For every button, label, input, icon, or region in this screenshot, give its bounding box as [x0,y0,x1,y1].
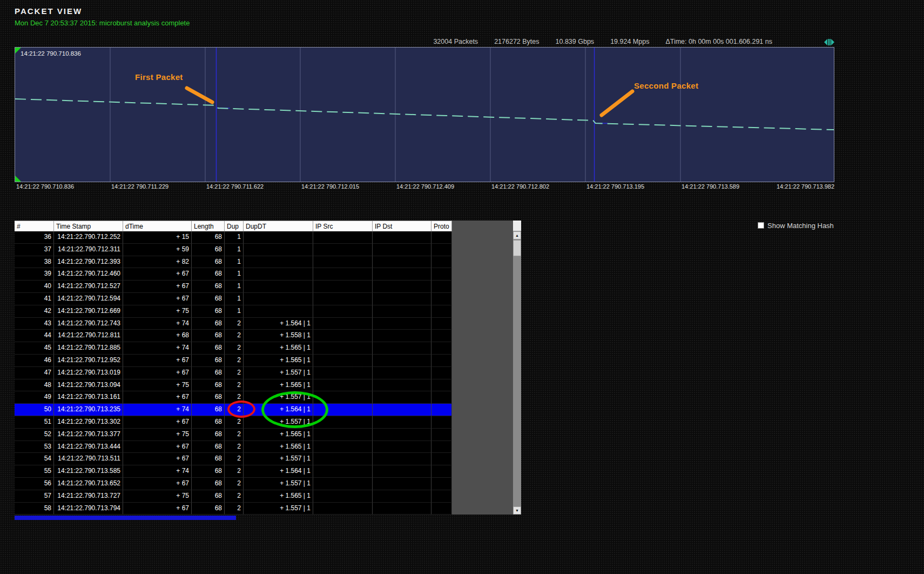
table-cell [431,342,452,355]
table-row[interactable]: 3714:21:22.790.712.311+ 59681 [15,244,452,256]
table-row[interactable]: 3614:21:22.790.712.252+ 15681 [15,231,452,244]
table-cell: 14:21:22.790.713.094 [54,379,123,392]
table-cell: 2 [225,342,244,355]
table-cell: 14:21:22.790.713.161 [54,391,123,404]
column-header[interactable]: Time Stamp [54,221,123,232]
table-row[interactable]: 4414:21:22.790.712.811+ 68682+ 1.558 | 1 [15,330,452,342]
table-cell [313,453,373,465]
chart-plot-area[interactable]: 14:21:22 790.710.836 First Packet Seccon… [15,47,834,182]
table-cell: 68 [192,305,225,318]
table-row[interactable]: 5814:21:22.790.713.794+ 67682+ 1.557 | 1 [15,503,452,515]
table-cell: 68 [192,453,225,465]
table-cell [431,429,452,441]
table-cell: 1 [225,244,244,256]
table-cell: 68 [192,342,225,355]
x-tick-label: 14:21:22 790.711.229 [111,183,168,190]
table-cell: 2 [225,355,244,367]
column-header[interactable]: dTime [123,221,192,232]
table-cell: + 1.564 | 1 [244,465,313,478]
show-matching-hash-checkbox[interactable] [758,222,764,229]
table-cell [313,441,373,453]
column-header[interactable]: DupDT [244,221,313,232]
scrollbar-thumb[interactable] [513,240,521,256]
table-cell: 2 [225,429,244,441]
table-row[interactable]: 5714:21:22.790.713.727+ 75682+ 1.565 | 1 [15,490,452,503]
table-row[interactable]: 4714:21:22.790.713.019+ 67682+ 1.557 | 1 [15,367,452,379]
table-cell: 39 [15,268,54,281]
table-cell [313,355,373,367]
table-cell [431,465,452,478]
table-cell [373,429,431,441]
table-cell: 14:21:22.790.712.669 [54,305,123,318]
table-cell [431,478,452,490]
table-cell: 14:21:22.790.713.444 [54,441,123,453]
dup-highlight-ellipse [227,401,255,418]
table-row[interactable]: 5514:21:22.790.713.585+ 74682+ 1.564 | 1 [15,465,452,478]
x-tick-label: 14:21:22 790.712.409 [396,183,454,190]
scroll-up-button[interactable]: ▲ [513,231,521,239]
column-header[interactable]: # [15,221,54,232]
table-cell: 68 [192,293,225,305]
table-row[interactable]: 5214:21:22.790.713.377+ 75682+ 1.565 | 1 [15,429,452,441]
table-cell: 2 [225,416,244,429]
table-cell: 46 [15,355,54,367]
table-cell [244,244,313,256]
table-cell: 2 [225,441,244,453]
table-cell: + 1.564 | 1 [244,318,313,330]
table-cell: + 74 [123,465,192,478]
table-row[interactable]: 5114:21:22.790.713.302+ 67682+ 1.557 | 1 [15,416,452,429]
table-row[interactable]: 4214:21:22.790.712.669+ 75681 [15,305,452,318]
table-cell: 14:21:22.790.712.594 [54,293,123,305]
x-tick-label: 14:21:22 790.712.802 [491,183,549,190]
table-cell: 54 [15,453,54,465]
fit-width-icon[interactable] [824,38,834,46]
scroll-down-button[interactable]: ▼ [513,506,521,515]
table-cell: + 1.557 | 1 [244,453,313,465]
table-row[interactable]: 3914:21:22.790.712.460+ 67681 [15,268,452,281]
table-cell: 68 [192,244,225,256]
table-cell: 68 [192,490,225,503]
horizontal-scroll-thumb[interactable] [15,516,236,520]
table-cell [244,281,313,293]
table-row[interactable]: 4314:21:22.790.712.743+ 74682+ 1.564 | 1 [15,318,452,330]
table-cell: 68 [192,404,225,416]
table-cell [373,490,431,503]
first-packet-annotation: First Packet [135,72,183,82]
table-body: 3614:21:22.790.712.252+ 156813714:21:22.… [15,231,452,515]
table-cell [244,268,313,281]
table-cell [313,478,373,490]
table-cell: 68 [192,379,225,392]
table-cell: 1 [225,256,244,269]
table-row[interactable]: 4514:21:22.790.712.885+ 74682+ 1.565 | 1 [15,342,452,355]
table-cell [373,244,431,256]
table-cell: + 74 [123,404,192,416]
table-cell: 14:21:22.790.713.511 [54,453,123,465]
table-row[interactable]: 5314:21:22.790.713.444+ 67682+ 1.565 | 1 [15,441,452,453]
table-cell [373,416,431,429]
column-header[interactable]: Proto [431,221,452,232]
column-header[interactable]: Dup [225,221,244,232]
table-row[interactable]: 5414:21:22.790.713.511+ 67682+ 1.557 | 1 [15,453,452,465]
table-row[interactable]: 4014:21:22.790.712.527+ 67681 [15,281,452,293]
show-matching-hash-label: Show Matching Hash [767,222,834,230]
table-row[interactable]: 4614:21:22.790.712.952+ 67682+ 1.565 | 1 [15,355,452,367]
table-cell: 47 [15,367,54,379]
table-cell: 14:21:22.790.712.885 [54,342,123,355]
table-cell: 68 [192,441,225,453]
table-cell: 68 [192,478,225,490]
vertical-scrollbar[interactable]: ▲ ▼ [513,221,521,515]
table-row[interactable]: 4114:21:22.790.712.594+ 67681 [15,293,452,305]
table-cell [313,293,373,305]
column-header[interactable]: IP Src [313,221,373,232]
table-row[interactable]: 5614:21:22.790.713.652+ 67682+ 1.557 | 1 [15,478,452,490]
column-header[interactable]: IP Dst [373,221,431,232]
table-cell: 68 [192,465,225,478]
table-row[interactable]: 3814:21:22.790.712.393+ 82681 [15,256,452,269]
table-cell: 14:21:22.790.713.235 [54,404,123,416]
column-header[interactable]: Length [192,221,225,232]
table-cell [431,490,452,503]
table-row[interactable]: 4814:21:22.790.713.094+ 75682+ 1.565 | 1 [15,379,452,392]
table-cell: 50 [15,404,54,416]
table-cell [313,244,373,256]
stat-item: 2176272 Bytes [494,38,539,45]
